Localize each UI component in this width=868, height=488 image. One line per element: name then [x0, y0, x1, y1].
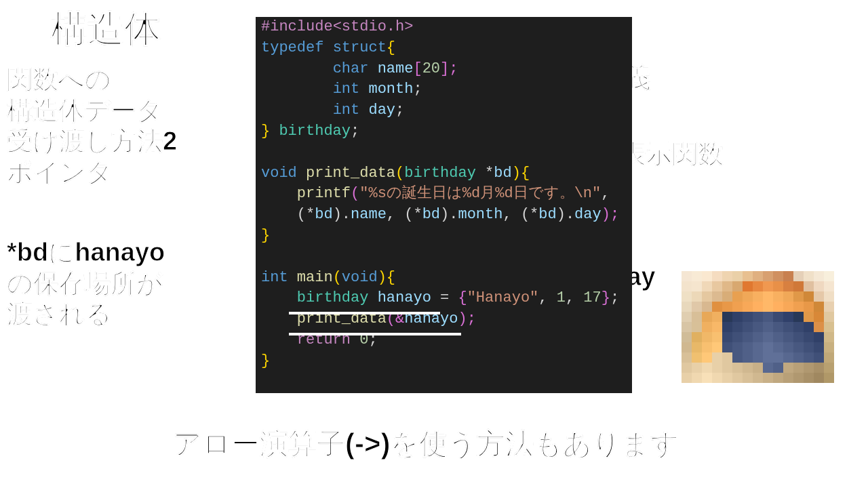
bottom-caption: アロー演算子(->)を使う方法もあります — [173, 427, 680, 461]
mosaic-image — [682, 271, 834, 383]
subtitle-text: 関数への 構造体データ 受け渡し方法2 ポインタ — [7, 64, 177, 188]
page-title: 構造体 — [51, 7, 161, 51]
note-pointer: *bdにhanayo の保存場所が 渡される — [7, 237, 165, 330]
underline-2 — [289, 333, 461, 336]
code-snippet: #include<stdio.h> typedef struct{ char n… — [256, 17, 632, 393]
underline-1 — [289, 312, 440, 314]
